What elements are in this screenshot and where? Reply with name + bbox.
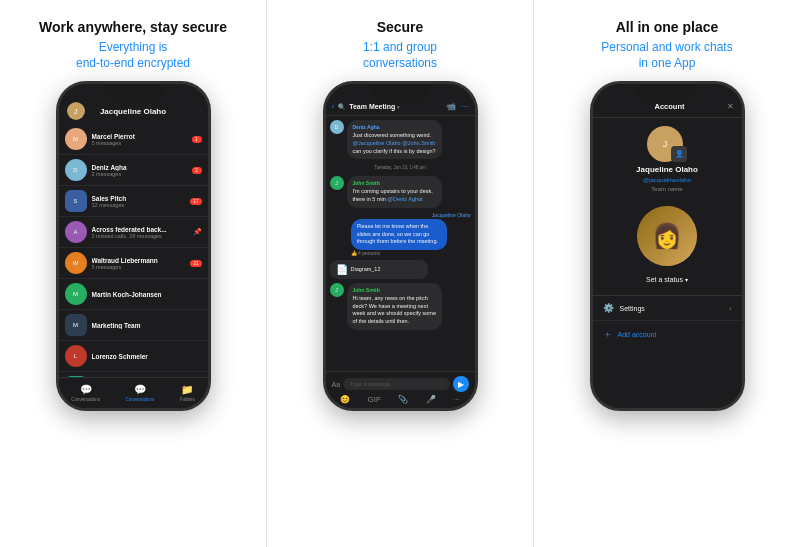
panel1-subtitle: Everything isend-to-end encrypted	[76, 40, 190, 71]
chat-info: Lorenzo Schmeler	[92, 353, 202, 360]
chevron-down-icon: ▾	[685, 276, 688, 283]
list-item[interactable]: S Sales Pitch 12 messages 17	[59, 186, 208, 217]
settings-menu-item[interactable]: ⚙️ Settings ›	[593, 296, 742, 321]
chat-name: Across federated back...	[92, 226, 188, 233]
chevron-down-icon: ▾	[397, 104, 400, 110]
more-options-icon[interactable]: ⋯	[461, 102, 469, 111]
chat-badge: 21	[190, 260, 201, 267]
avatar: D	[65, 159, 87, 181]
header-avatar: J	[67, 102, 85, 120]
sender-avatar: D	[330, 120, 344, 134]
account-title-text: Account	[655, 102, 685, 111]
file-name: Diagram_12	[351, 266, 381, 272]
search-icon[interactable]: 🔍	[338, 103, 345, 110]
avatar: M	[65, 283, 87, 305]
message-item: Jacqueline Olaho Please let me know when…	[351, 212, 471, 256]
chat-preview: 12 messages	[92, 202, 186, 208]
account-avatar-group: J 👤	[647, 126, 687, 162]
chat-name: Sales Pitch	[92, 195, 186, 202]
list-item[interactable]: D Deniz Agha 2 messages 2	[59, 155, 208, 186]
nav-label-folders: Folders	[180, 397, 195, 402]
chat-info: Sales Pitch 12 messages	[92, 195, 186, 208]
chat-badge: 1	[192, 136, 202, 143]
chat-preview: 2 messages	[92, 171, 187, 177]
list-item[interactable]: M Martin Koch-Johansen	[59, 279, 208, 310]
chat-name: Deniz Agha	[92, 164, 187, 171]
list-item[interactable]: A Across federated back... 2 missed call…	[59, 217, 208, 248]
mic-icon[interactable]: 🎤	[426, 395, 436, 404]
panel2-subtitle: 1:1 and groupconversations	[363, 40, 437, 71]
avatar: L	[65, 345, 87, 367]
message-bubble-mine: Please let me know when the slides are d…	[351, 219, 447, 250]
account-menu: ⚙️ Settings › ＋ Add account	[593, 295, 742, 348]
conversations-icon: 💬	[79, 382, 93, 396]
username: @jacquelineolaho	[643, 177, 691, 183]
phone1: J Jacqueline Olaho M Marcel Pierrot 5 me…	[56, 81, 211, 411]
message-item: D Deniz Agha Just dicovered something we…	[330, 120, 450, 159]
list-item[interactable]: M Marketing Team	[59, 310, 208, 341]
arrow-icon: ›	[729, 305, 731, 312]
nav-folders[interactable]: 📁 Folders	[180, 382, 195, 402]
file-bubble: 📄 Diagram_12	[330, 260, 429, 279]
status-label: Set a status	[646, 276, 683, 283]
status-display[interactable]: Set a status ▾	[646, 276, 688, 283]
nav-conversations-2[interactable]: 💬 Conversations	[125, 382, 154, 402]
chat-name: Martin Koch-Johansen	[92, 291, 202, 298]
format-icon[interactable]: Aa	[332, 381, 341, 388]
toolbar: 😊 GIF 📎 🎤 ···	[332, 395, 469, 404]
message-timestamp: Tuesday, Jun 13, 1:48 pm	[330, 165, 471, 170]
chat-info: Across federated back... 2 missed calls,…	[92, 226, 188, 239]
team-name: Team name	[651, 186, 682, 192]
big-avatar: 👩	[637, 206, 697, 266]
pin-icon: 📌	[193, 228, 202, 236]
input-area: Aa Type a message ▶ 😊 GIF 📎 🎤 ···	[326, 371, 475, 408]
chat-badge: 2	[192, 167, 202, 174]
status-row: Set a status ▾	[593, 276, 742, 283]
attachment-icon[interactable]: 📎	[398, 395, 408, 404]
nav-label-active: Conversations	[125, 397, 154, 402]
panel2-title: Secure	[377, 18, 424, 36]
close-icon[interactable]: ✕	[727, 102, 734, 111]
file-icon: 📄	[336, 264, 348, 275]
add-account-item[interactable]: ＋ Add account	[593, 321, 742, 348]
conv-name: Team Meeting	[349, 103, 395, 110]
phone1-screen: J Jacqueline Olaho M Marcel Pierrot 5 me…	[59, 84, 208, 408]
message-container: Jacqueline Olaho Please let me know when…	[351, 212, 471, 256]
list-item[interactable]: L Lorenzo Schmeler	[59, 341, 208, 372]
panel-conversations: Secure 1:1 and groupconversations ‹ 🔍 Te…	[267, 0, 534, 547]
phone2: ‹ 🔍 Team Meeting ▾ 📹 ⋯ D	[323, 81, 478, 411]
phone1-notch	[103, 84, 163, 98]
header-space	[182, 102, 200, 120]
input-row: Aa Type a message ▶	[332, 376, 469, 392]
chat-badge: 17	[190, 198, 201, 205]
panel-security: Work anywhere, stay secure Everything is…	[0, 0, 267, 547]
panel3-subtitle: Personal and work chatsin one App	[601, 40, 732, 71]
sender-name-mine: Jacqueline Olaho	[351, 212, 471, 218]
reactions: 👍 4 persons	[351, 250, 471, 256]
video-call-icon[interactable]: 📹	[446, 102, 456, 111]
list-item[interactable]: M Marcel Pierrot 5 messages 1	[59, 124, 208, 155]
back-icon[interactable]: ‹	[332, 102, 335, 111]
chat-info: Deniz Agha 2 messages	[92, 164, 187, 177]
message-input[interactable]: Type a message	[343, 378, 449, 390]
big-avatar-display: 👩	[637, 206, 697, 266]
phone3-screen: Account ✕ J 👤 Jaqueline Olaho @jacquelin…	[593, 84, 742, 408]
emoji-icon[interactable]: 😊	[340, 395, 350, 404]
app-panels: Work anywhere, stay secure Everything is…	[0, 0, 800, 547]
messages-list: D Deniz Agha Just dicovered something we…	[326, 116, 475, 371]
nav-label: Conversations	[71, 397, 100, 402]
chat-info: Waltraud Liebermann 5 messages	[92, 257, 186, 270]
send-button[interactable]: ▶	[453, 376, 469, 392]
list-item[interactable]: W Waltraud Liebermann 5 messages 21	[59, 248, 208, 279]
gif-icon[interactable]: GIF	[368, 395, 381, 404]
more-icon[interactable]: ···	[453, 395, 460, 404]
header-username: Jacqueline Olaho	[85, 107, 182, 116]
chat-name: Marcel Pierrot	[92, 133, 187, 140]
small-avatar: 👤	[671, 146, 687, 162]
message-bubble: John Smith I'm coming upstairs to your d…	[347, 176, 443, 207]
conversations-active-icon: 💬	[133, 382, 147, 396]
conv-title-area: Team Meeting ▾	[349, 103, 441, 110]
sender-avatar: J	[330, 283, 344, 297]
message-item: J John Smith I'm coming upstairs to your…	[330, 176, 450, 207]
nav-conversations-1[interactable]: 💬 Conversations	[71, 382, 100, 402]
